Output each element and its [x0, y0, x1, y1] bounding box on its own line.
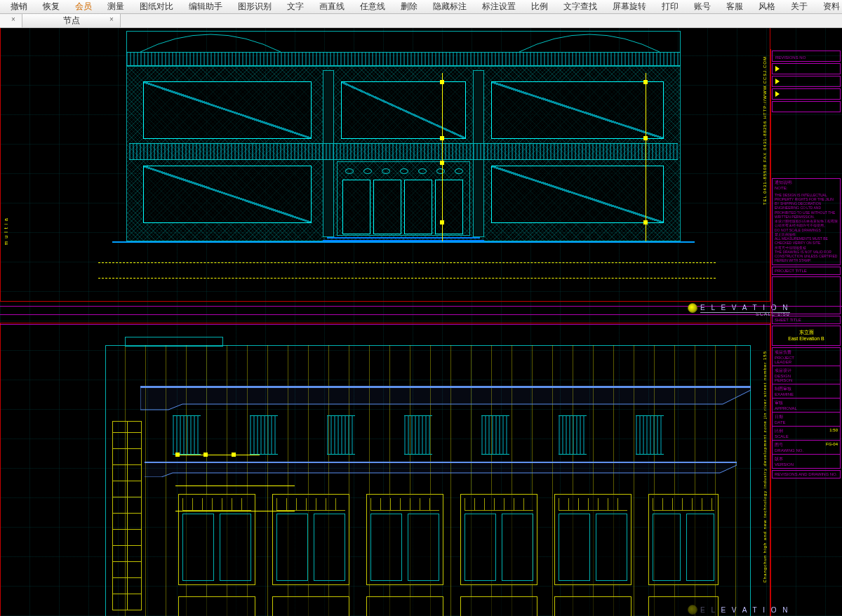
- medallion: [436, 168, 445, 174]
- rev-row: REVISIONS NO: [772, 51, 841, 62]
- side-text: m u l t i a: [4, 217, 8, 245]
- extent-line: [98, 262, 716, 263]
- close-icon[interactable]: ×: [9, 15, 18, 24]
- menu-text[interactable]: 文字: [279, 1, 312, 13]
- dim-mark: [643, 220, 648, 225]
- cad-viewport[interactable]: m u l t i a Changchun high and new techn…: [0, 28, 842, 616]
- menu-vip[interactable]: 会员: [67, 1, 100, 13]
- pilaster-group: [173, 415, 201, 455]
- window: [143, 166, 312, 223]
- pilaster-group: [250, 415, 278, 455]
- menu-about[interactable]: 关于: [783, 1, 815, 13]
- rev-row: [772, 63, 841, 74]
- lower-door: [554, 596, 632, 616]
- divider: [0, 324, 770, 325]
- medallion: [382, 168, 390, 174]
- window: [143, 81, 312, 139]
- ground-line: [112, 241, 695, 243]
- dim-line: [175, 486, 295, 486]
- dim-mark: [440, 220, 444, 225]
- rev-row: [772, 88, 841, 100]
- warning-icon: [775, 79, 780, 84]
- rev-row: [772, 101, 841, 112]
- window: [491, 81, 664, 139]
- menu-line[interactable]: 画直线: [312, 1, 352, 13]
- side-text-contact: TEL 0431-85508 FAX 0431-88256 HTTP://WWW…: [763, 56, 767, 205]
- dim-line: [442, 73, 443, 241]
- lower-door: [272, 596, 349, 616]
- penthouse: [125, 337, 223, 347]
- lower-door: [366, 596, 443, 616]
- building-elevation-bottom: .bay-inner{position:absolute; inset:6px;…: [105, 337, 751, 616]
- dim-mark: [643, 136, 648, 140]
- menu-compare[interactable]: 图纸对比: [132, 1, 181, 13]
- menubar: 撤销 恢复 会员 测量 图纸对比 编辑助手 图形识别 文字 画直线 任意线 删除…: [0, 0, 842, 14]
- dim-line: [646, 73, 646, 241]
- dim-line: [175, 511, 295, 511]
- menu-find-text[interactable]: 文字查找: [556, 1, 605, 13]
- cornice-profile: [140, 386, 751, 414]
- door: [342, 180, 370, 234]
- tab-active-label: 节点: [63, 15, 80, 27]
- rev-row: [772, 76, 841, 87]
- tab-active[interactable]: 节点 ×: [22, 14, 121, 27]
- project-title-box: [772, 276, 841, 314]
- menu-measure[interactable]: 测量: [100, 1, 132, 13]
- window: [341, 81, 466, 139]
- arc-deco: [140, 31, 281, 52]
- mid-band: [129, 143, 678, 160]
- dim-mark: [643, 80, 648, 84]
- medallion: [400, 168, 408, 174]
- pilaster-group: [559, 415, 587, 455]
- lower-door: [460, 596, 537, 616]
- dim-mark: [203, 453, 208, 457]
- pilaster-group: [404, 415, 432, 455]
- menu-edit-helper[interactable]: 编辑助手: [181, 1, 230, 13]
- tabstrip: × 节点 ×: [0, 14, 842, 28]
- tab-blank[interactable]: ×: [0, 14, 22, 27]
- menu-freeline[interactable]: 任意线: [352, 1, 393, 13]
- building-elevation-top: [126, 31, 681, 283]
- menu-print[interactable]: 打印: [654, 1, 686, 13]
- menu-hide-annot[interactable]: 隐藏标注: [425, 1, 474, 13]
- dim-mark: [440, 80, 444, 84]
- medallion: [455, 168, 463, 174]
- warning-icon: [775, 66, 780, 72]
- medallion: [345, 168, 354, 174]
- door: [435, 180, 463, 234]
- medallion: [418, 168, 427, 174]
- menu-scale[interactable]: 比例: [523, 1, 556, 13]
- door: [373, 180, 401, 234]
- step: [323, 240, 484, 241]
- pilaster-group: [636, 415, 664, 455]
- menu-docs[interactable]: 资料: [815, 1, 842, 13]
- menu-rotate[interactable]: 屏幕旋转: [605, 1, 654, 13]
- titleblock: REVISIONS NO 通知说明: NOTE: THE DESIGN IS I…: [770, 49, 842, 616]
- door: [404, 180, 432, 234]
- dim-mark: [175, 453, 180, 457]
- dim-mark: [440, 136, 444, 140]
- close-icon[interactable]: ×: [107, 15, 116, 24]
- warning-icon: [775, 91, 780, 97]
- menu-support[interactable]: 客服: [719, 1, 751, 13]
- menu-account[interactable]: 账号: [686, 1, 719, 13]
- menu-redo[interactable]: 恢复: [35, 1, 67, 13]
- extent-line: [98, 278, 716, 279]
- pilaster-group: [481, 415, 509, 455]
- menu-annot-settings[interactable]: 标注设置: [474, 1, 523, 13]
- menu-undo[interactable]: 撤销: [3, 1, 35, 13]
- stair-window: [112, 421, 142, 610]
- side-text-company: Changchun high and new technology indust…: [763, 351, 767, 582]
- menu-delete[interactable]: 删除: [393, 1, 425, 13]
- cornice-mid-profile: [145, 462, 737, 477]
- menu-shape-recog[interactable]: 图形识别: [230, 1, 279, 13]
- lower-door: [178, 596, 255, 616]
- dim-mark: [232, 453, 236, 457]
- dim-line: [175, 455, 260, 455]
- window: [491, 166, 664, 223]
- cornice-band: [126, 52, 681, 66]
- menu-style[interactable]: 风格: [751, 1, 783, 13]
- dim-mark: [440, 161, 444, 165]
- rev-head: REVISIONS NO: [773, 55, 806, 60]
- lower-door: [648, 596, 719, 616]
